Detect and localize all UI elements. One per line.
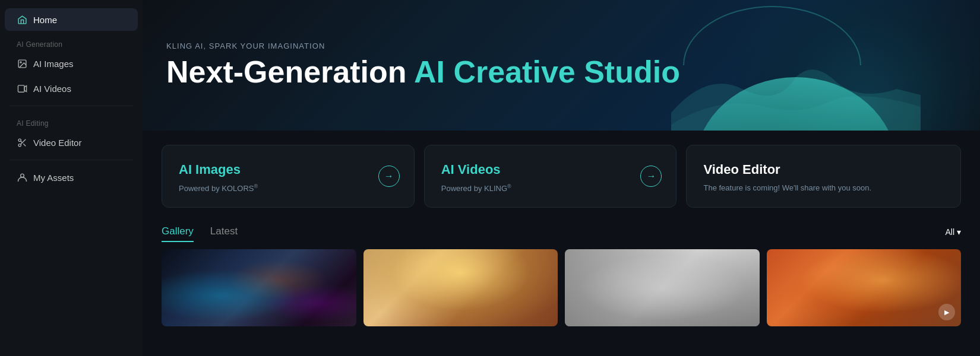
home-icon <box>17 14 27 25</box>
video-icon <box>17 83 27 94</box>
gallery-filter[interactable]: All ▾ <box>945 227 961 237</box>
sidebar-divider-2 <box>10 160 133 160</box>
gallery-tabs: Gallery Latest <box>162 222 254 242</box>
gallery-section: Gallery Latest All ▾ ▶ <box>143 217 980 326</box>
card-ai-videos-subtitle: Powered by KLING® <box>441 183 660 193</box>
card-ai-images-title: AI Images <box>179 162 397 177</box>
gallery-thumb-3[interactable] <box>565 249 760 326</box>
gallery-header: Gallery Latest All ▾ <box>162 222 961 242</box>
svg-point-1 <box>20 61 21 62</box>
person-icon <box>17 172 27 183</box>
card-ai-videos[interactable]: AI Videos Powered by KLING® → <box>424 145 677 208</box>
image-icon <box>17 58 27 69</box>
card-video-editor[interactable]: Video Editor The feature is coming! We'l… <box>686 145 961 208</box>
sidebar: Home AI Generation AI Images AI Videos A… <box>0 0 143 356</box>
gallery-filter-label: All <box>945 227 954 237</box>
card-ai-videos-arrow[interactable]: → <box>640 166 662 187</box>
gallery-thumb-1[interactable] <box>162 249 356 326</box>
sidebar-item-video-editor-label: Video Editor <box>33 138 81 148</box>
gallery-thumb-4[interactable]: ▶ <box>767 249 962 326</box>
svg-line-6 <box>23 144 26 146</box>
sidebar-item-ai-images[interactable]: AI Images <box>5 52 138 75</box>
chevron-down-icon: ▾ <box>957 227 961 237</box>
sidebar-divider <box>10 106 133 106</box>
tab-gallery[interactable]: Gallery <box>162 222 194 242</box>
svg-line-7 <box>20 141 22 142</box>
ai-generation-section: AI Generation <box>0 32 143 51</box>
svg-point-4 <box>18 144 21 146</box>
card-video-editor-title: Video Editor <box>703 162 944 177</box>
cards-row: AI Images Powered by KOLORS® → AI Videos… <box>143 131 980 217</box>
card-ai-videos-title: AI Videos <box>441 162 660 177</box>
sidebar-item-video-editor[interactable]: Video Editor <box>5 131 138 154</box>
sidebar-item-ai-videos-label: AI Videos <box>33 84 71 94</box>
gallery-thumb-2[interactable] <box>363 249 558 326</box>
svg-point-3 <box>18 139 21 141</box>
hero-title: Next-Generation AI Creative Studio <box>166 55 956 89</box>
card-ai-images[interactable]: AI Images Powered by KOLORS® → <box>162 145 415 208</box>
gallery-grid: ▶ <box>162 249 961 326</box>
svg-point-8 <box>20 174 24 177</box>
sidebar-item-ai-videos[interactable]: AI Videos <box>5 77 138 100</box>
play-button[interactable]: ▶ <box>938 304 955 320</box>
main-content: KLING AI, SPARK YOUR IMAGINATION Next-Ge… <box>143 0 980 356</box>
hero-title-cyan: AI Creative Studio <box>414 55 680 89</box>
hero-section: KLING AI, SPARK YOUR IMAGINATION Next-Ge… <box>143 0 980 131</box>
card-ai-images-arrow[interactable]: → <box>378 166 400 187</box>
sidebar-item-home-label: Home <box>33 15 57 25</box>
sidebar-item-my-assets[interactable]: My Assets <box>5 166 138 189</box>
svg-rect-2 <box>18 85 24 91</box>
card-video-editor-desc: The feature is coming! We'll share with … <box>703 183 944 192</box>
hero-title-white: Next-Generation <box>166 55 414 89</box>
scissors-icon <box>17 137 27 148</box>
sidebar-item-home[interactable]: Home <box>5 8 138 31</box>
sidebar-item-ai-images-label: AI Images <box>33 59 74 69</box>
tab-latest[interactable]: Latest <box>210 222 238 242</box>
ai-editing-section: AI Editing <box>0 111 143 130</box>
card-ai-images-subtitle: Powered by KOLORS® <box>179 183 397 193</box>
sidebar-item-my-assets-label: My Assets <box>33 173 74 183</box>
